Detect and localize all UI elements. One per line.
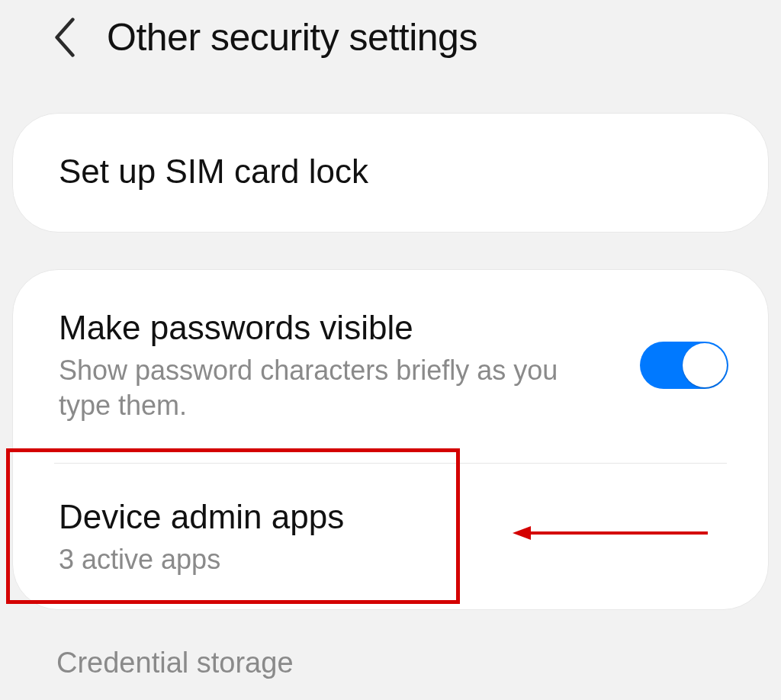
chevron-left-icon <box>53 18 77 57</box>
passwords-toggle[interactable] <box>640 342 728 389</box>
admin-subtitle: 3 active apps <box>59 542 728 577</box>
admin-title: Device admin apps <box>59 497 728 538</box>
back-button[interactable] <box>46 18 84 56</box>
setting-sim-card-lock[interactable]: Set up SIM card lock <box>13 114 768 232</box>
card-sim: Set up SIM card lock <box>12 113 769 233</box>
passwords-subtitle: Show password characters briefly as you … <box>59 353 609 423</box>
passwords-title: Make passwords visible <box>59 308 609 348</box>
sim-card-lock-title: Set up SIM card lock <box>59 152 728 192</box>
page-title: Other security settings <box>107 15 477 59</box>
setting-make-passwords-visible[interactable]: Make passwords visible Show password cha… <box>13 270 768 463</box>
toggle-knob <box>683 343 727 387</box>
card-password-admin: Make passwords visible Show password cha… <box>12 269 769 610</box>
section-credential-storage: Credential storage <box>0 610 781 692</box>
header-bar: Other security settings <box>0 0 781 75</box>
setting-device-admin-apps[interactable]: Device admin apps 3 active apps <box>13 464 768 609</box>
